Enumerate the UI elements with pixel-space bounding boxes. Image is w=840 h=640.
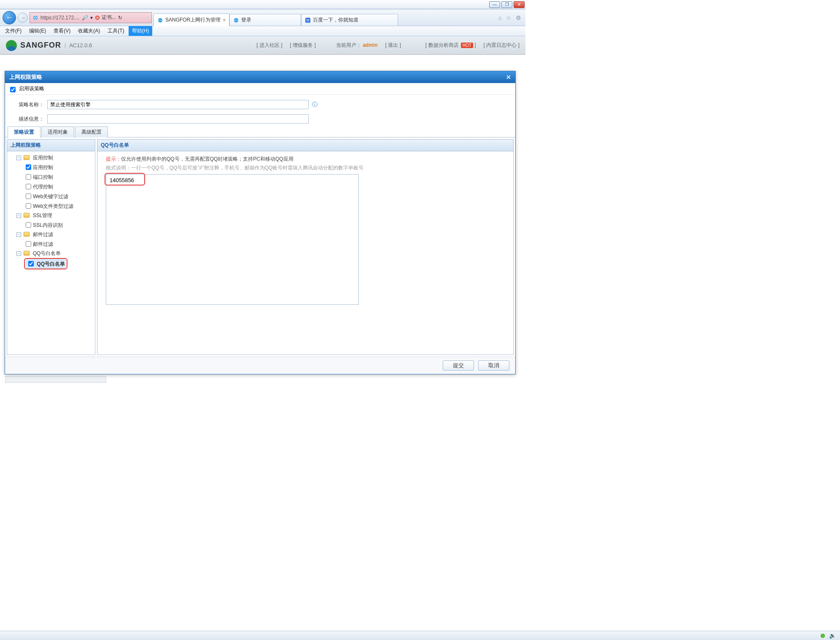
- tree-leaf[interactable]: SSL内容识别: [24, 220, 93, 230]
- collapse-icon[interactable]: −: [16, 213, 21, 218]
- tree-leaf[interactable]: 邮件过滤: [24, 239, 93, 249]
- window-minimize-button[interactable]: —: [489, 1, 500, 8]
- current-user-name: admin: [363, 42, 377, 48]
- tree-checkbox[interactable]: [26, 174, 31, 180]
- browser-tab-title: SANGFOR上网行为管理: [165, 16, 221, 24]
- link-log-center[interactable]: [ 内置日志中心 ]: [484, 42, 520, 49]
- cert-error-icon: [95, 15, 100, 20]
- gear-icon[interactable]: ⚙: [516, 14, 521, 21]
- link-logout[interactable]: [ 退出 ]: [385, 42, 401, 49]
- menu-file[interactable]: 文件(F): [2, 26, 25, 36]
- browser-tabstrip: SANGFOR上网行为管理 × 登录 百度一下，你就知道: [153, 9, 497, 26]
- background-scrollbar[interactable]: [5, 376, 106, 383]
- folder-icon: [24, 213, 30, 218]
- window-maximize-button[interactable]: ❐: [501, 1, 512, 8]
- submit-button[interactable]: 提交: [443, 360, 474, 371]
- tree-leaf-label: 邮件过滤: [33, 241, 53, 247]
- brand-logo: SANGFOR | AC12.0.6: [6, 40, 92, 51]
- address-bar[interactable]: https://172.172.... 🔎 ▾ 证书... ↻: [30, 12, 152, 23]
- tab-apply-targets[interactable]: 适用对象: [41, 126, 74, 137]
- tree-node-qq-whitelist[interactable]: − QQ号白名单 QQ号白名单: [16, 249, 93, 269]
- tree-checkbox[interactable]: [26, 203, 31, 209]
- browser-tab[interactable]: SANGFOR上网行为管理 ×: [153, 13, 229, 26]
- collapse-icon[interactable]: −: [16, 251, 21, 256]
- home-icon[interactable]: ⌂: [498, 14, 502, 21]
- right-heading: QQ号白名单: [97, 140, 513, 151]
- tree-checkbox[interactable]: [26, 241, 31, 247]
- collapse-icon[interactable]: −: [16, 232, 21, 237]
- ie-icon: [32, 15, 38, 21]
- menu-help[interactable]: 帮助(H): [129, 26, 153, 36]
- svg-rect-4: [305, 18, 310, 23]
- menu-tools[interactable]: 工具(T): [104, 26, 127, 36]
- menu-view[interactable]: 查看(V): [50, 26, 74, 36]
- tab-policy-settings[interactable]: 策略设置: [8, 126, 40, 137]
- browser-tab[interactable]: 百度一下，你就知道: [301, 14, 398, 26]
- policy-tree: − 应用控制 应用控制 端口控制 代理控制 Web关键字过滤 Web文件类型过滤: [7, 151, 95, 271]
- tree-leaf[interactable]: Web文件类型过滤: [24, 201, 93, 211]
- policy-name-label: 策略名称：: [13, 101, 44, 108]
- back-button[interactable]: ←: [3, 11, 16, 24]
- tree-leaf[interactable]: 应用控制: [24, 162, 93, 172]
- menu-edit[interactable]: 编辑(E): [26, 26, 49, 36]
- tree-checkbox[interactable]: [26, 184, 31, 189]
- browser-tool-icons: ⌂ ☆ ⚙: [498, 14, 523, 21]
- modal-close-button[interactable]: ✕: [506, 74, 511, 81]
- folder-icon: [24, 251, 30, 255]
- svg-point-6: [308, 19, 309, 20]
- folder-icon: [24, 232, 30, 237]
- forward-button[interactable]: →: [18, 13, 28, 23]
- tree-node-label: 应用控制: [33, 155, 53, 161]
- link-vas[interactable]: [ 增值服务 ]: [290, 42, 315, 49]
- tree-checkbox[interactable]: [26, 222, 31, 228]
- tree-checkbox[interactable]: [28, 261, 34, 266]
- close-icon[interactable]: ×: [223, 17, 226, 23]
- tree-node-label: QQ号白名单: [33, 250, 61, 256]
- info-icon[interactable]: ⓘ: [312, 101, 318, 108]
- policy-desc-input[interactable]: [47, 114, 309, 124]
- svg-point-7: [307, 20, 308, 21]
- browser-menubar: 文件(F) 编辑(E) 查看(V) 收藏夹(A) 工具(T) 帮助(H): [0, 26, 525, 36]
- policy-name-input[interactable]: [47, 100, 309, 109]
- policy-modal: 上网权限策略 ✕ 启用该策略 策略名称： ⓘ 描述信息： 策略设置 适用对象 高…: [5, 71, 516, 374]
- cert-error-text: 证书...: [102, 14, 116, 21]
- cancel-button[interactable]: 取消: [478, 360, 509, 371]
- modal-button-bar: 提交 取消: [5, 357, 515, 374]
- qq-whitelist-textarea[interactable]: 14055856: [106, 174, 359, 305]
- brand-text: SANGFOR: [20, 41, 61, 50]
- address-dropdown-icon[interactable]: ▾: [90, 15, 93, 21]
- menu-favorites[interactable]: 收藏夹(A): [75, 26, 103, 36]
- cert-error-indicator[interactable]: 证书...: [95, 14, 116, 21]
- enable-policy-checkbox[interactable]: [10, 87, 16, 92]
- refresh-icon[interactable]: ↻: [118, 15, 122, 21]
- tree-node-ssl[interactable]: − SSL管理 SSL内容识别: [16, 211, 93, 230]
- tree-checkbox[interactable]: [26, 194, 31, 199]
- tree-node-app-control[interactable]: − 应用控制 应用控制 端口控制 代理控制 Web关键字过滤 Web文件类型过滤: [16, 153, 93, 211]
- tree-leaf[interactable]: Web关键字过滤: [24, 191, 93, 201]
- brand-divider: |: [65, 43, 66, 48]
- policy-desc-label: 描述信息：: [13, 116, 44, 123]
- tab-advanced[interactable]: 高级配置: [75, 126, 108, 137]
- ie-icon: [157, 17, 163, 23]
- tree-node-mail[interactable]: − 邮件过滤 邮件过滤: [16, 230, 93, 249]
- search-icon[interactable]: 🔎: [82, 15, 88, 21]
- tree-leaf[interactable]: 代理控制: [24, 182, 93, 191]
- link-analytics-close: ]: [474, 42, 476, 48]
- current-user-label: 当前用户：: [336, 42, 361, 48]
- tree-leaf-qq-whitelist[interactable]: QQ号白名单: [24, 258, 93, 269]
- qq-whitelist-panel: QQ号白名单 提示：仅允许使用列表中的QQ号，无需再配置QQ封堵策略；支持PC和…: [97, 139, 514, 355]
- tree-leaf[interactable]: 端口控制: [24, 172, 93, 182]
- tree-leaf-label: Web关键字过滤: [33, 194, 68, 199]
- tree-leaf-label: SSL内容识别: [33, 222, 63, 228]
- link-analytics-store[interactable]: [ 数据分析商店: [425, 42, 459, 48]
- favorites-icon[interactable]: ☆: [506, 14, 512, 21]
- policy-tabs: 策略设置 适用对象 高级配置: [5, 126, 515, 137]
- collapse-icon[interactable]: −: [16, 156, 21, 160]
- ie-icon: [233, 17, 239, 23]
- browser-tab-title: 登录: [241, 16, 251, 24]
- tip-text: 仅允许使用列表中的QQ号，无需再配置QQ封堵策略；支持PC和移动QQ应用: [121, 156, 293, 162]
- tree-checkbox[interactable]: [26, 164, 31, 170]
- link-community[interactable]: [ 进入社区 ]: [256, 42, 282, 49]
- window-close-button[interactable]: ✕: [514, 1, 525, 8]
- browser-tab[interactable]: 登录: [229, 14, 301, 26]
